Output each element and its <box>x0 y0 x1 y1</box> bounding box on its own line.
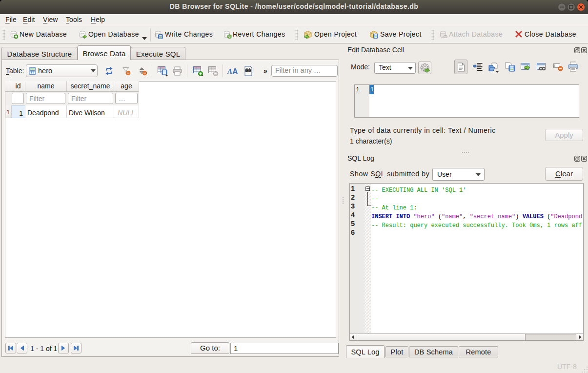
svg-text:A: A <box>232 67 238 75</box>
svg-text:A: A <box>227 67 232 75</box>
